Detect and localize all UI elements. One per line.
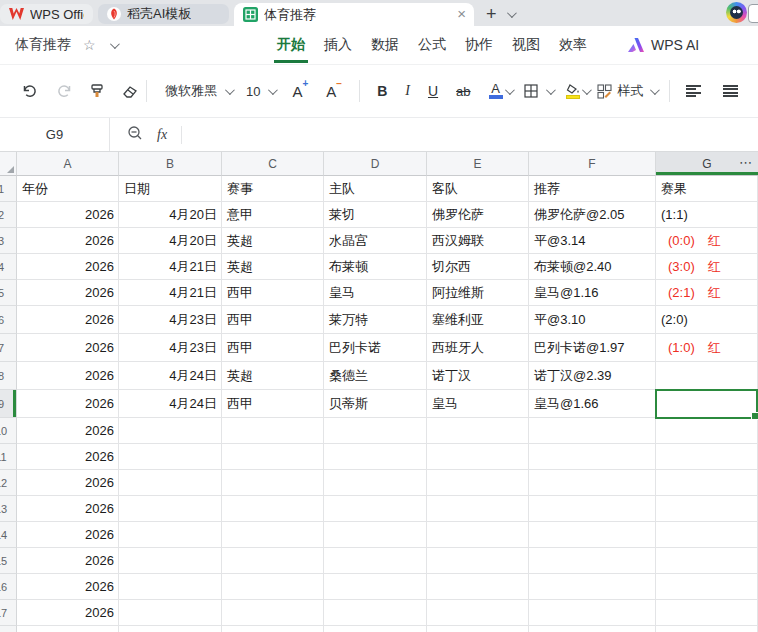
cell[interactable]: 塞维利亚 (427, 306, 529, 334)
cell[interactable] (119, 626, 222, 632)
cell[interactable]: 4月23日 (119, 334, 222, 362)
cell[interactable]: 2026 (17, 522, 119, 548)
cell[interactable]: 西甲 (222, 280, 324, 306)
cell[interactable]: 2026 (17, 254, 119, 280)
cell[interactable] (427, 548, 529, 574)
cell[interactable]: 西甲 (222, 306, 324, 334)
cell[interactable]: (0:0) 红 (656, 228, 758, 254)
favorite-star-icon[interactable]: ☆ (83, 37, 96, 53)
cell[interactable]: 2026 (17, 444, 119, 470)
cell[interactable]: 皇马@1.66 (529, 390, 656, 418)
cell[interactable] (119, 574, 222, 600)
cell[interactable]: 2026 (17, 390, 119, 418)
cell[interactable]: 年份 (17, 176, 119, 202)
cell[interactable] (222, 418, 324, 444)
cell[interactable] (222, 496, 324, 522)
cell[interactable] (119, 470, 222, 496)
cell[interactable]: 水晶宫 (324, 228, 427, 254)
cell[interactable]: 佛罗伦萨@2.05 (529, 202, 656, 228)
row-header[interactable]: 4 (0, 254, 17, 280)
cell[interactable]: (1:0) 红 (656, 334, 758, 362)
menu-collab[interactable]: 协作 (464, 36, 494, 54)
cell[interactable]: 2026 (17, 574, 119, 600)
row-header[interactable]: 2 (0, 202, 17, 228)
cell[interactable]: 莱万特 (324, 306, 427, 334)
borders-button[interactable] (524, 84, 538, 98)
menu-data[interactable]: 数据 (370, 36, 400, 54)
cell[interactable]: (3:0) 红 (656, 254, 758, 280)
sidebar-toggle-icon[interactable] (748, 4, 758, 23)
cell[interactable]: 4月24日 (119, 390, 222, 418)
font-color-button[interactable]: A (489, 83, 503, 99)
fill-color-button[interactable] (566, 84, 580, 99)
cell[interactable] (324, 470, 427, 496)
cell[interactable]: 2026 (17, 548, 119, 574)
cell[interactable]: 2026 (17, 362, 119, 390)
cell[interactable] (222, 470, 324, 496)
cell[interactable]: (2:0) (656, 306, 758, 334)
row-header[interactable]: 16 (0, 574, 17, 600)
cell[interactable] (324, 548, 427, 574)
cell[interactable] (529, 522, 656, 548)
font-size-select[interactable]: 10 (246, 84, 275, 99)
row-header[interactable]: 6 (0, 306, 17, 334)
cell[interactable] (222, 522, 324, 548)
menu-view[interactable]: 视图 (511, 36, 541, 54)
tab-sports-sheet[interactable]: 体育推荐 × (234, 3, 474, 26)
cell[interactable]: 桑德兰 (324, 362, 427, 390)
cell[interactable] (656, 470, 758, 496)
cell[interactable]: 西甲 (222, 390, 324, 418)
cell[interactable]: 切尔西 (427, 254, 529, 280)
more-columns-icon[interactable]: ⋯ (739, 155, 753, 170)
cell[interactable]: 客队 (427, 176, 529, 202)
cell[interactable]: 4月20日 (119, 202, 222, 228)
cell[interactable]: 佛罗伦萨 (427, 202, 529, 228)
undo-button[interactable] (21, 83, 37, 99)
cell[interactable] (656, 390, 758, 418)
cell[interactable]: 4月20日 (119, 228, 222, 254)
cell[interactable] (222, 626, 324, 632)
row-header[interactable]: 9 (0, 390, 17, 418)
font-family-select[interactable]: 微软雅黑 (165, 82, 232, 100)
column-header-a[interactable]: A (17, 152, 119, 176)
menu-wps-ai[interactable]: WPS AI (628, 37, 699, 53)
row-header[interactable]: 13 (0, 496, 17, 522)
cell[interactable] (656, 600, 758, 626)
cell[interactable]: 推荐 (529, 176, 656, 202)
fill-color-chevron-icon[interactable] (582, 85, 592, 95)
cell[interactable]: 布莱顿 (324, 254, 427, 280)
cell[interactable] (324, 496, 427, 522)
column-header-c[interactable]: C (222, 152, 324, 176)
row-header[interactable]: 3 (0, 228, 17, 254)
cell[interactable] (324, 600, 427, 626)
cell[interactable] (427, 574, 529, 600)
redo-button[interactable] (57, 83, 73, 99)
menu-home[interactable]: 开始 (276, 36, 306, 54)
cell[interactable] (324, 626, 427, 632)
cell[interactable]: 2026 (17, 600, 119, 626)
user-avatar[interactable] (726, 2, 747, 23)
cell[interactable] (529, 600, 656, 626)
cell[interactable]: 主队 (324, 176, 427, 202)
cell[interactable]: 4月24日 (119, 362, 222, 390)
insert-function-button[interactable]: fx (157, 127, 167, 143)
row-header[interactable]: 18 (0, 626, 17, 632)
cell[interactable] (427, 418, 529, 444)
column-header-e[interactable]: E (427, 152, 529, 176)
close-tab-icon[interactable]: × (457, 5, 466, 23)
decrease-font-button[interactable]: A− (326, 82, 342, 100)
cell[interactable]: 2026 (17, 418, 119, 444)
cell[interactable]: 英超 (222, 254, 324, 280)
cell[interactable] (529, 496, 656, 522)
cell[interactable]: 英超 (222, 228, 324, 254)
select-all-corner[interactable] (0, 152, 17, 176)
cell[interactable] (222, 574, 324, 600)
row-header[interactable]: 17 (0, 600, 17, 626)
cell[interactable]: 2026 (17, 496, 119, 522)
cell[interactable] (324, 444, 427, 470)
cell[interactable]: 日期 (119, 176, 222, 202)
menu-efficiency[interactable]: 效率 (558, 36, 588, 54)
cell[interactable] (119, 496, 222, 522)
cell[interactable] (222, 548, 324, 574)
row-header[interactable]: 7 (0, 334, 17, 362)
